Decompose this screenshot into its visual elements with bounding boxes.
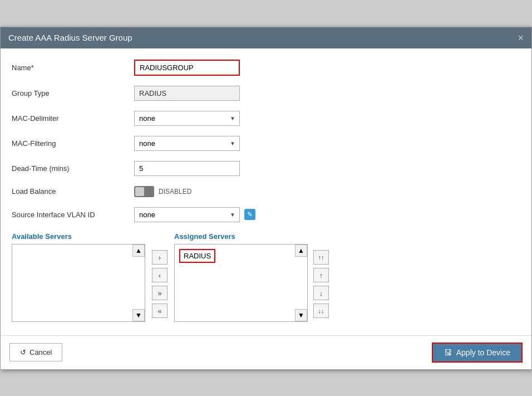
dead-time-row: Dead-Time (mins) [12, 161, 520, 176]
create-radius-dialog: Create AAA Radius Server Group × Name* G… [0, 27, 532, 370]
load-balance-control: DISABLED [134, 186, 520, 197]
name-input[interactable] [134, 60, 240, 76]
assigned-servers-inner: RADIUS [175, 245, 307, 267]
dialog-body: Name* Group Type RADIUS MAC-Delimiter no… [1, 48, 531, 327]
vlan-wrap: none 1 2 3 ✎ [134, 207, 520, 222]
mac-filtering-select[interactable]: none colon hyphen [134, 136, 240, 151]
vlan-edit-icon[interactable]: ✎ [244, 209, 255, 220]
servers-section: Available Servers ▲ ▼ › ‹ » « Assigned S… [12, 232, 520, 322]
group-type-label: Group Type [12, 89, 134, 97]
move-bottom-button[interactable]: ↓↓ [313, 304, 329, 318]
load-balance-toggle[interactable] [134, 186, 154, 197]
assigned-servers-label: Assigned Servers [174, 232, 308, 241]
mac-delimiter-label: MAC-Delimiter [12, 114, 134, 123]
available-scroll-down[interactable]: ▼ [132, 309, 145, 321]
transfer-buttons-col: › ‹ » « [145, 247, 174, 322]
available-servers-listbox[interactable]: ▲ ▼ [12, 244, 145, 322]
mac-filtering-label: MAC-Filtering [12, 139, 134, 148]
dialog-footer: ↺ Cancel 🖫 Apply to Device [1, 335, 531, 369]
load-balance-row: Load Balance DISABLED [12, 186, 520, 197]
close-button[interactable]: × [518, 33, 524, 43]
dead-time-label: Dead-Time (mins) [12, 164, 134, 173]
mac-delimiter-control: none colon hyphen single-hyphen [134, 111, 520, 126]
load-balance-label: Load Balance [12, 187, 134, 195]
toggle-wrap: DISABLED [134, 186, 520, 197]
available-scroll-up[interactable]: ▲ [132, 245, 145, 257]
available-servers-inner [12, 245, 145, 321]
group-type-value: RADIUS [134, 86, 240, 101]
move-all-left-button[interactable]: « [152, 304, 168, 318]
available-servers-label: Available Servers [12, 232, 145, 241]
assigned-servers-listbox[interactable]: RADIUS ▲ ▼ [174, 244, 308, 322]
move-right-button[interactable]: › [152, 250, 168, 265]
available-servers-col: Available Servers ▲ ▼ [12, 232, 145, 322]
group-type-row: Group Type RADIUS [12, 86, 520, 101]
apply-label: Apply to Device [456, 348, 510, 357]
toggle-label: DISABLED [159, 188, 191, 195]
name-control [134, 60, 520, 76]
mac-delimiter-select-wrap: none colon hyphen single-hyphen [134, 111, 240, 126]
dead-time-input[interactable] [134, 161, 240, 176]
move-top-button[interactable]: ↑↑ [313, 250, 329, 265]
assigned-server-item[interactable]: RADIUS [179, 249, 215, 263]
cancel-icon: ↺ [20, 348, 26, 356]
dead-time-control [134, 161, 520, 176]
name-label: Name* [12, 63, 134, 72]
assigned-scroll-up[interactable]: ▲ [295, 245, 307, 257]
dialog-header: Create AAA Radius Server Group × [1, 27, 531, 48]
vlan-select-wrap: none 1 2 3 [134, 207, 240, 222]
vlan-select[interactable]: none 1 2 3 [134, 207, 240, 222]
source-vlan-control: none 1 2 3 ✎ [134, 207, 520, 222]
move-up-button[interactable]: ↑ [313, 268, 329, 282]
mac-delimiter-row: MAC-Delimiter none colon hyphen single-h… [12, 111, 520, 126]
move-down-button[interactable]: ↓ [313, 286, 329, 300]
toggle-knob [135, 187, 144, 196]
apply-icon: 🖫 [444, 348, 452, 357]
mac-filtering-row: MAC-Filtering none colon hyphen [12, 136, 520, 151]
source-vlan-row: Source Interface VLAN ID none 1 2 3 ✎ [12, 207, 520, 222]
cancel-button[interactable]: ↺ Cancel [9, 343, 62, 361]
assigned-scroll-down[interactable]: ▼ [295, 309, 307, 321]
apply-button[interactable]: 🖫 Apply to Device [432, 343, 523, 363]
move-all-right-button[interactable]: » [152, 286, 168, 300]
order-buttons-col: ↑↑ ↑ ↓ ↓↓ [308, 247, 334, 322]
name-row: Name* [12, 60, 520, 76]
assigned-servers-col: Assigned Servers RADIUS ▲ ▼ [174, 232, 308, 322]
source-vlan-label: Source Interface VLAN ID [12, 211, 134, 219]
mac-filtering-control: none colon hyphen [134, 136, 520, 151]
mac-filtering-select-wrap: none colon hyphen [134, 136, 240, 151]
dialog-title: Create AAA Radius Server Group [8, 33, 132, 42]
group-type-control: RADIUS [134, 86, 520, 101]
move-left-button[interactable]: ‹ [152, 268, 168, 282]
mac-delimiter-select[interactable]: none colon hyphen single-hyphen [134, 111, 240, 126]
cancel-label: Cancel [29, 348, 52, 356]
